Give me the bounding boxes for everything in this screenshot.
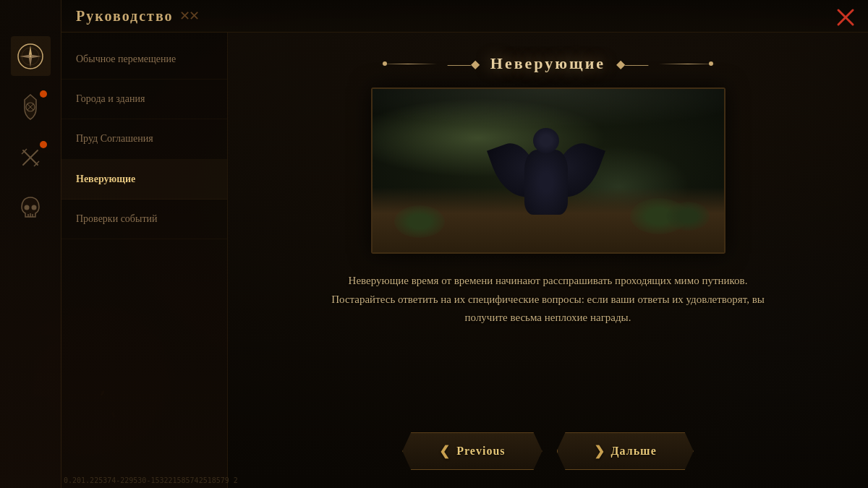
creature-head <box>533 128 559 153</box>
sidebar-icon-compass[interactable] <box>11 36 51 76</box>
sidebar-icon-swords[interactable] <box>11 137 51 177</box>
nav-item-movement[interactable]: Обычное перемещение <box>61 40 227 80</box>
section-title-row: ——◆ Неверующие ◆—— <box>257 54 839 73</box>
close-button[interactable] <box>834 6 857 29</box>
next-button[interactable]: ❯ Дальше <box>557 432 694 470</box>
title-decoration: ✕✕ <box>179 8 198 24</box>
next-label: Дальше <box>611 445 657 458</box>
section-image-container <box>371 87 726 254</box>
coordinates-display: 0.201.225374-229530-153221585742518579 2 <box>64 476 238 484</box>
title-bar: Руководство ✕✕ <box>61 0 868 33</box>
section-title: Неверующие <box>490 54 605 73</box>
svg-point-14 <box>25 205 30 210</box>
window-title: Руководство <box>76 8 174 25</box>
scene-creature <box>495 114 597 229</box>
nav-item-cities[interactable]: Города и здания <box>61 80 227 119</box>
nav-item-unbelievers[interactable]: Неверующие <box>61 160 227 200</box>
section-image-scene <box>373 89 724 252</box>
nav-buttons: ❮ Previous ❯ Дальше <box>228 432 868 470</box>
next-arrow: ❯ <box>594 443 605 459</box>
sidebar-icon-emblem[interactable] <box>11 87 51 127</box>
creature-body <box>524 150 568 215</box>
title-line-left <box>379 64 437 64</box>
svg-marker-7 <box>30 54 41 58</box>
main-content: ——◆ Неверующие ◆—— Неверующие время от в… <box>228 33 868 488</box>
scene-vegetation-3 <box>394 205 445 238</box>
scene-vegetation-2 <box>666 202 710 231</box>
previous-label: Previous <box>456 445 505 458</box>
svg-marker-4 <box>29 46 33 56</box>
nav-item-pond[interactable]: Пруд Соглашения <box>61 119 227 159</box>
sidebar-icon-skull[interactable] <box>11 188 51 228</box>
title-ornament-left: ——◆ <box>448 57 480 71</box>
previous-button[interactable]: ❮ Previous <box>402 432 542 470</box>
sidebar <box>0 0 61 488</box>
svg-point-15 <box>32 205 37 210</box>
svg-marker-5 <box>29 56 33 67</box>
title-line-right <box>659 64 717 64</box>
svg-marker-6 <box>20 54 30 58</box>
nav-item-event-checks[interactable]: Проверки событий <box>61 200 227 239</box>
title-ornament-right: ◆—— <box>616 57 648 71</box>
prev-arrow: ❮ <box>439 443 451 459</box>
nav-menu: Обычное перемещение Города и здания Пруд… <box>61 33 228 488</box>
section-description: Неверующие время от времени начинают рас… <box>331 272 765 328</box>
